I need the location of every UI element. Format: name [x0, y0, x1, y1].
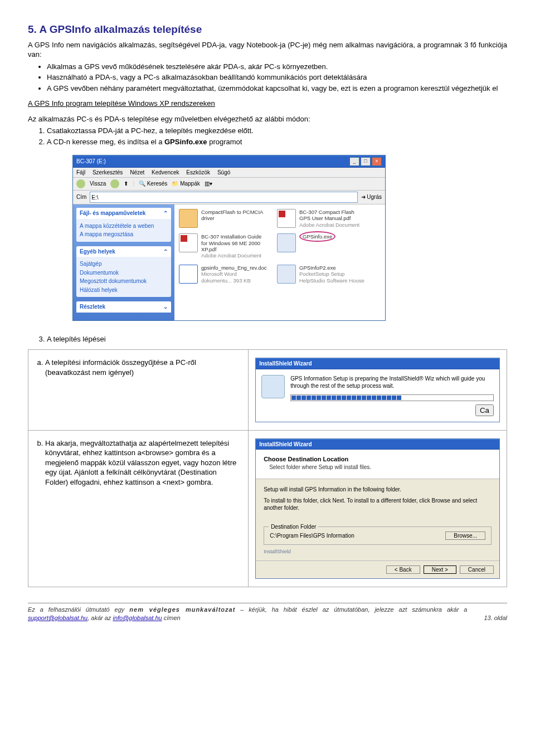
info-email-link[interactable]: info@globalsat.hu — [113, 614, 162, 621]
bullet-1: Alkalmas a GPS vevő működésének tesztelé… — [47, 62, 507, 72]
menu-favorites[interactable]: Kedvencek — [152, 169, 179, 175]
step-a-image: InstallShield Wizard GPS Information Set… — [249, 350, 507, 431]
wizard-icon — [261, 375, 285, 398]
menu-help[interactable]: Súgó — [217, 169, 230, 175]
step-b-text: Ha akarja, megváltoztathatja az alapérte… — [28, 430, 249, 587]
file-area: CompactFlash to PCMCIA driver BC-307 Com… — [174, 204, 385, 320]
wizard-line2: To install to this folder, click Next. T… — [264, 497, 492, 512]
wizard-cancel-button[interactable]: Ca — [475, 404, 494, 416]
dest-label: Destination Folder — [269, 523, 318, 531]
explorer-sidepane: Fájl- és mappaműveletek⌃ A mappa közzété… — [73, 204, 174, 320]
explorer-titlebar: BC-307 (E:) _ □ × — [73, 155, 385, 168]
explorer-addressbar: Cím ➜ Ugrás — [73, 191, 385, 204]
close-button[interactable]: × — [372, 157, 382, 166]
installshield-brand: InstallShield — [264, 548, 492, 555]
details-header[interactable]: Részletek⌄ — [76, 301, 171, 313]
step-3-list: A telepítés lépései — [47, 334, 507, 344]
step-b-image: InstallShield Wizard Choose Destination … — [249, 430, 507, 587]
pdf-icon — [179, 233, 198, 252]
bullet-3: A GPS vevőben néhány paramétert megválto… — [47, 84, 507, 94]
menu-view[interactable]: Nézet — [130, 169, 144, 175]
search-button[interactable]: 🔍 Keresés — [139, 180, 167, 188]
explorer-title: BC-307 (E:) — [76, 158, 106, 165]
addr-input[interactable] — [90, 192, 357, 203]
wizard-destination: InstallShield Wizard Choose Destination … — [255, 438, 500, 579]
sub-heading: A GPS Info program telepítése Windows XP… — [28, 99, 507, 109]
destination-folder-box: Destination Folder C:\Program Files\GPS … — [264, 526, 492, 545]
bullet-2: Használható a PDA-s, vagy a PC-s alkalma… — [47, 72, 507, 82]
section-intro: A GPS Info nem navigációs alkalmazás, se… — [28, 40, 507, 60]
explorer-menu: Fájl Szerkesztés Nézet Kedvencek Eszközö… — [73, 168, 385, 178]
wizard-preparing: InstallShield Wizard GPS Information Set… — [255, 358, 500, 422]
dest-path: C:\Program Files\GPS Information — [270, 532, 354, 540]
browse-button[interactable]: Browse... — [445, 531, 485, 540]
addr-label: Cím — [76, 193, 86, 201]
back-button[interactable]: < Back — [386, 565, 420, 574]
step-1: Csatlakoztassa PDA-ját a PC-hez, a telep… — [47, 126, 507, 136]
section-intro2: Az alkalmazás PC-s és PDA-s telepítése e… — [28, 114, 507, 124]
file-item-pdf1[interactable]: BC-307 Compact Flash GPS User Manual.pdf… — [277, 209, 366, 228]
step-3: A telepítés lépései — [47, 334, 507, 344]
step-2: A CD-n keresse meg, és indítsa el a GPSi… — [47, 137, 507, 147]
cancel-button[interactable]: Cancel — [460, 565, 494, 574]
file-item-pdf2[interactable]: BC-307 Installation Guide for Windows 98… — [179, 233, 268, 259]
wizard-title: InstallShield Wizard — [256, 358, 499, 369]
wizard-title: InstallShield Wizard — [256, 439, 499, 450]
section-title: 5. A GPSInfo alkalmazás telepítése — [28, 22, 507, 37]
maximize-button[interactable]: □ — [361, 157, 371, 166]
back-icon[interactable] — [76, 179, 85, 188]
menu-edit[interactable]: Szerkesztés — [93, 169, 123, 175]
tasks-header[interactable]: Fájl- és mappaműveletek⌃ — [76, 208, 171, 219]
step-a-text: A telepítési információk összegyűjtése a… — [28, 350, 249, 431]
tasks-item-2[interactable]: A mappa megosztása — [80, 231, 168, 238]
places-header[interactable]: Egyéb helyek⌃ — [76, 246, 171, 257]
exe-icon — [277, 265, 296, 284]
folders-button[interactable]: 📁 Mappák — [172, 180, 200, 188]
section-bullets: Alkalmas a GPS vevő működésének tesztelé… — [47, 62, 507, 94]
menu-tools[interactable]: Eszközök — [186, 169, 210, 175]
minimize-button[interactable]: _ — [349, 157, 359, 166]
explorer-screenshot: BC-307 (E:) _ □ × Fájl Szerkesztés Nézet… — [72, 155, 507, 321]
file-item-gpsinfo[interactable]: GPSinfo.exe — [277, 233, 366, 259]
file-item-folder[interactable]: CompactFlash to PCMCIA driver — [179, 209, 268, 228]
go-button[interactable]: ➜ Ugrás — [361, 193, 382, 201]
install-steps-table: A telepítési információk összegyűjtése a… — [28, 349, 507, 587]
forward-icon[interactable] — [110, 179, 119, 188]
places-item-1[interactable]: Sajátgép — [80, 260, 168, 268]
file-item-gpsinfop2[interactable]: GPSInfoP2.exePocketSetup Setup HelpStudi… — [277, 265, 366, 284]
back-button[interactable]: Vissza — [90, 180, 106, 188]
explorer-toolbar: Vissza ⬆ | 🔍 Keresés 📁 Mappák ▥▾ — [73, 178, 385, 191]
folder-icon — [179, 209, 198, 228]
step-row-a: A telepítési információk összegyűjtése a… — [28, 350, 507, 431]
views-icon[interactable]: ▥▾ — [205, 180, 212, 188]
support-email-link[interactable]: support@globalsat.hu — [28, 614, 87, 621]
wizard-line1: Setup will install GPS Information in th… — [264, 486, 492, 494]
highlighted-file: GPSinfo.exe — [299, 231, 335, 242]
places-item-2[interactable]: Dokumentumok — [80, 269, 168, 277]
tasks-item-1[interactable]: A mappa közzététele a weben — [80, 222, 168, 230]
page-footer: Ez a felhasználói útmutató egy nem végle… — [28, 603, 507, 622]
exe-icon — [277, 233, 296, 252]
wizard-dest-heading: Choose Destination Location — [264, 455, 492, 464]
places-item-4[interactable]: Hálózati helyek — [80, 286, 168, 294]
next-button[interactable]: Next > — [424, 565, 456, 574]
file-item-doc[interactable]: gpsinfo_menu_Eng_rev.docMicrosoft Word d… — [179, 265, 268, 284]
menu-file[interactable]: Fájl — [76, 169, 85, 175]
wizard-dest-sub: Select folder where Setup will install f… — [269, 464, 492, 471]
steps-1-2: Csatlakoztassa PDA-ját a PC-hez, a telep… — [47, 126, 507, 147]
step-row-b: Ha akarja, megváltoztathatja az alapérte… — [28, 430, 507, 587]
progress-bar — [290, 394, 494, 401]
doc-icon — [179, 265, 198, 284]
up-icon[interactable]: ⬆ — [124, 180, 128, 188]
wizard-prep-text: GPS Information Setup is preparing the I… — [290, 375, 494, 390]
pdf-icon — [277, 209, 296, 228]
places-item-3[interactable]: Megosztott dokumentumok — [80, 277, 168, 285]
page-number: 13. oldal — [484, 614, 507, 622]
